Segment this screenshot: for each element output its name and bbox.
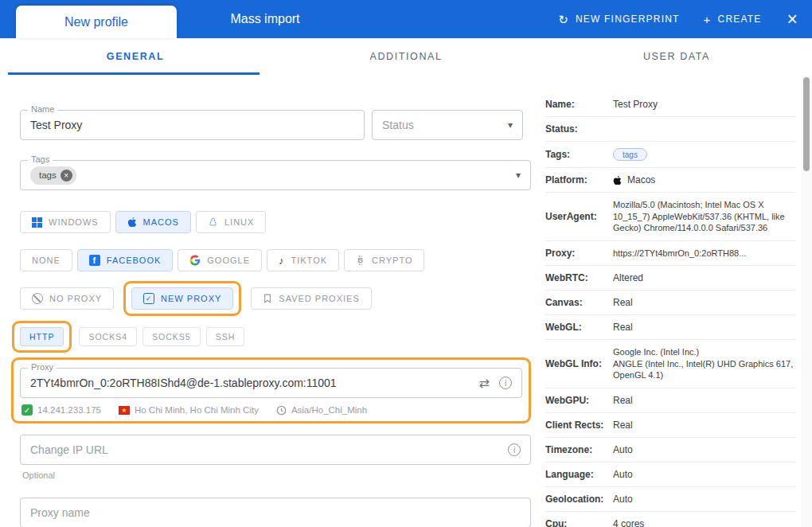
proxy-name-field[interactable] bbox=[20, 498, 531, 527]
tiktok-label: TIKTOK bbox=[291, 256, 328, 265]
saved-proxies-button[interactable]: SAVED PROXIES bbox=[251, 287, 371, 310]
status-placeholder: Status bbox=[382, 119, 414, 131]
google-icon bbox=[189, 255, 201, 266]
summary-row-client-rects: Client Rects: Real bbox=[545, 413, 796, 438]
bookmark-icon bbox=[263, 293, 272, 304]
tab-new-profile[interactable]: New profile bbox=[16, 6, 177, 38]
proxy-field[interactable]: Proxy ⇄ i bbox=[20, 368, 522, 398]
summary-value: Test Proxy bbox=[613, 99, 658, 110]
summary-row-tags: Tags: tags bbox=[545, 142, 796, 168]
tiktok-button[interactable]: ♪ TIKTOK bbox=[267, 249, 339, 271]
protocol-tab-http[interactable]: HTTP bbox=[20, 327, 64, 346]
svg-text:B: B bbox=[357, 256, 364, 264]
apple-icon bbox=[613, 175, 622, 185]
no-proxy-button[interactable]: NO PROXY bbox=[20, 287, 114, 310]
macos-button[interactable]: MACOS bbox=[115, 211, 191, 233]
scrollbar[interactable] bbox=[803, 77, 810, 171]
proxy-input[interactable] bbox=[30, 377, 479, 389]
tab-mass-import[interactable]: Mass import bbox=[177, 0, 353, 38]
summary-key: Status: bbox=[545, 123, 613, 135]
tags-chip: tags bbox=[613, 148, 647, 161]
linux-button[interactable]: LINUX bbox=[196, 211, 266, 233]
socks5-label: SOCKS5 bbox=[152, 332, 191, 342]
summary-key: Proxy: bbox=[545, 248, 613, 259]
socks4-label: SOCKS4 bbox=[88, 332, 127, 342]
new-proxy-button[interactable]: ✓ NEW PROXY bbox=[131, 287, 233, 310]
tab-user-data[interactable]: USER DATA bbox=[541, 38, 812, 75]
apple-icon bbox=[127, 217, 137, 228]
swap-icon[interactable]: ⇄ bbox=[479, 376, 490, 391]
close-icon[interactable]: × bbox=[786, 10, 799, 29]
proxy-ip: ✓ 14.241.233.175 bbox=[21, 404, 101, 416]
crypto-button[interactable]: B CRYPTO bbox=[344, 249, 424, 271]
tab-mass-import-label: Mass import bbox=[230, 12, 299, 26]
linux-icon bbox=[208, 217, 218, 228]
google-button[interactable]: GOOGLE bbox=[178, 249, 262, 271]
info-icon[interactable]: i bbox=[499, 377, 512, 389]
summary-value: Real bbox=[613, 395, 633, 406]
protocol-tab-socks5[interactable]: SOCKS5 bbox=[142, 327, 201, 346]
summary-value: Real bbox=[613, 420, 633, 431]
name-input[interactable] bbox=[30, 119, 354, 131]
highlight-new-proxy: ✓ NEW PROXY bbox=[123, 281, 241, 316]
summary-value-line1: Google Inc. (Intel Inc.) bbox=[613, 346, 796, 358]
tab-general[interactable]: GENERAL bbox=[0, 38, 271, 75]
facebook-button[interactable]: f FACEBOOK bbox=[77, 249, 174, 271]
summary-key: UserAgent: bbox=[545, 211, 613, 222]
name-field[interactable]: Name bbox=[20, 110, 365, 140]
chevron-down-icon: ▾ bbox=[516, 170, 521, 181]
no-proxy-label: NO PROXY bbox=[49, 294, 102, 303]
ssh-label: SSH bbox=[216, 332, 236, 342]
topbar: New profile Mass import ↻ NEW FINGERPRIN… bbox=[0, 0, 812, 38]
summary-value: Auto bbox=[613, 494, 633, 505]
none-button[interactable]: NONE bbox=[20, 249, 72, 271]
summary-value-line2: ANGLE (Intel Inc., Intel(R) UHD Graphics… bbox=[613, 358, 796, 381]
new-fingerprint-button[interactable]: ↻ NEW FINGERPRINT bbox=[558, 14, 679, 25]
tab-additional[interactable]: ADDITIONAL bbox=[271, 38, 541, 75]
summary-row-platform: Platform: Macos bbox=[545, 168, 796, 193]
platform-selector: NONE f FACEBOOK GOOGLE ♪ TIKTOK B CRYPTO bbox=[20, 249, 531, 271]
change-ip-field[interactable]: i bbox=[20, 435, 531, 465]
section-tabs: GENERAL ADDITIONAL USER DATA bbox=[0, 38, 812, 75]
new-fingerprint-label: NEW FINGERPRINT bbox=[576, 14, 680, 25]
linux-label: LINUX bbox=[224, 217, 254, 227]
tag-remove-icon[interactable]: × bbox=[61, 170, 72, 182]
summary-key: Geolocation: bbox=[545, 494, 613, 505]
status-select[interactable]: Status ▾ bbox=[372, 110, 523, 140]
summary-row-geolocation: Geolocation: Auto bbox=[545, 487, 796, 512]
summary-value: Altered bbox=[613, 272, 643, 283]
summary-key: Language: bbox=[545, 469, 613, 480]
proxy-timezone-text: Asia/Ho_Chi_Minh bbox=[291, 405, 367, 415]
summary-value: Macos bbox=[627, 174, 655, 185]
facebook-icon: f bbox=[89, 255, 100, 266]
windows-icon bbox=[32, 217, 42, 228]
protocol-tab-ssh[interactable]: SSH bbox=[206, 327, 245, 346]
none-label: NONE bbox=[32, 256, 61, 265]
summary-value: https://2TYt4bmrOn_0:2oRTH88... bbox=[613, 248, 746, 260]
summary-row-timezone: Timezone: Auto bbox=[545, 438, 796, 463]
create-label: CREATE bbox=[718, 14, 762, 25]
vietnam-flag-icon: ★ bbox=[119, 406, 130, 415]
clock-icon bbox=[276, 405, 287, 416]
change-ip-input[interactable] bbox=[30, 443, 508, 456]
summary-key: Tags: bbox=[545, 149, 613, 160]
saved-proxies-label: SAVED PROXIES bbox=[279, 294, 359, 303]
proxy-name-input[interactable] bbox=[30, 506, 521, 519]
summary-value: Auto bbox=[613, 444, 633, 455]
proxy-field-label: Proxy bbox=[28, 362, 57, 372]
create-button[interactable]: + CREATE bbox=[704, 14, 762, 25]
tags-field[interactable]: Tags tags × ▾ bbox=[20, 160, 531, 190]
facebook-label: FACEBOOK bbox=[107, 256, 162, 265]
info-icon[interactable]: i bbox=[508, 443, 521, 456]
tiktok-icon: ♪ bbox=[279, 255, 285, 267]
crypto-icon: B bbox=[356, 256, 365, 265]
proxy-location: ★ Ho Chi Minh, Ho Chi Minh City bbox=[119, 405, 259, 415]
summary-row-webrtc: WebRTC: Altered bbox=[545, 266, 796, 291]
summary-value: Auto bbox=[613, 469, 633, 480]
tag-chip-label: tags bbox=[39, 170, 57, 180]
os-selector: WINDOWS MACOS LINUX bbox=[20, 211, 531, 233]
protocol-tab-socks4[interactable]: SOCKS4 bbox=[79, 327, 137, 346]
tab-general-label: GENERAL bbox=[107, 51, 164, 62]
summary-value: Real bbox=[613, 297, 633, 308]
windows-button[interactable]: WINDOWS bbox=[20, 211, 111, 233]
